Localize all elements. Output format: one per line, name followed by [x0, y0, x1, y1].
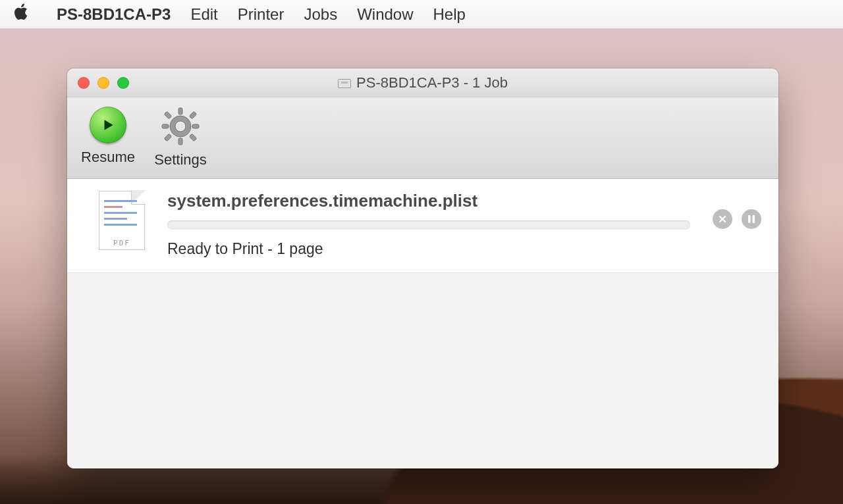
pause-job-button[interactable] — [742, 209, 761, 229]
settings-button[interactable]: Settings — [146, 107, 215, 168]
menubar: PS-8BD1CA-P3 Edit Printer Jobs Window He… — [0, 0, 843, 29]
toolbar: Resume — [67, 97, 778, 179]
settings-label: Settings — [154, 151, 207, 168]
menu-help[interactable]: Help — [433, 5, 466, 24]
cancel-job-button[interactable] — [713, 209, 732, 229]
document-icon: PDF — [99, 191, 145, 250]
apple-menu-icon[interactable] — [14, 3, 30, 25]
resume-button[interactable]: Resume — [74, 107, 142, 166]
printer-queue-window: PS-8BD1CA-P3 - 1 Job Resume — [67, 68, 778, 468]
minimize-window-button[interactable] — [97, 77, 109, 89]
document-ext-label: PDF — [99, 239, 145, 247]
svg-rect-2 — [178, 138, 182, 145]
job-progress-bar — [167, 220, 690, 230]
svg-rect-4 — [192, 124, 199, 128]
close-window-button[interactable] — [78, 77, 90, 89]
svg-point-9 — [175, 121, 186, 132]
resume-label: Resume — [81, 149, 135, 166]
svg-rect-10 — [748, 215, 751, 223]
menu-jobs[interactable]: Jobs — [304, 5, 337, 24]
job-filename: system.preferences.timemachine.plist — [167, 191, 690, 211]
window-title-text: PS-8BD1CA-P3 - 1 Job — [356, 74, 508, 91]
play-icon — [90, 107, 126, 143]
job-status-text: Ready to Print - 1 page — [167, 240, 690, 258]
window-title: PS-8BD1CA-P3 - 1 Job — [67, 74, 778, 91]
svg-rect-11 — [753, 215, 755, 223]
print-job-row[interactable]: PDF system.preferences.timemachine.plist… — [67, 179, 778, 273]
menubar-app-name[interactable]: PS-8BD1CA-P3 — [57, 5, 171, 24]
job-list: PDF system.preferences.timemachine.plist… — [67, 179, 778, 468]
svg-rect-7 — [164, 134, 171, 141]
svg-rect-1 — [178, 108, 182, 114]
window-titlebar[interactable]: PS-8BD1CA-P3 - 1 Job — [67, 68, 778, 97]
menu-window[interactable]: Window — [357, 5, 413, 24]
printer-proxy-icon — [338, 79, 351, 88]
menu-edit[interactable]: Edit — [190, 5, 217, 24]
gear-icon — [161, 107, 200, 146]
menu-printer[interactable]: Printer — [238, 5, 285, 24]
svg-rect-8 — [189, 134, 196, 141]
zoom-window-button[interactable] — [117, 77, 129, 89]
svg-rect-6 — [189, 111, 196, 118]
svg-rect-3 — [162, 124, 169, 128]
svg-rect-5 — [164, 111, 171, 118]
window-traffic-lights — [78, 77, 129, 89]
